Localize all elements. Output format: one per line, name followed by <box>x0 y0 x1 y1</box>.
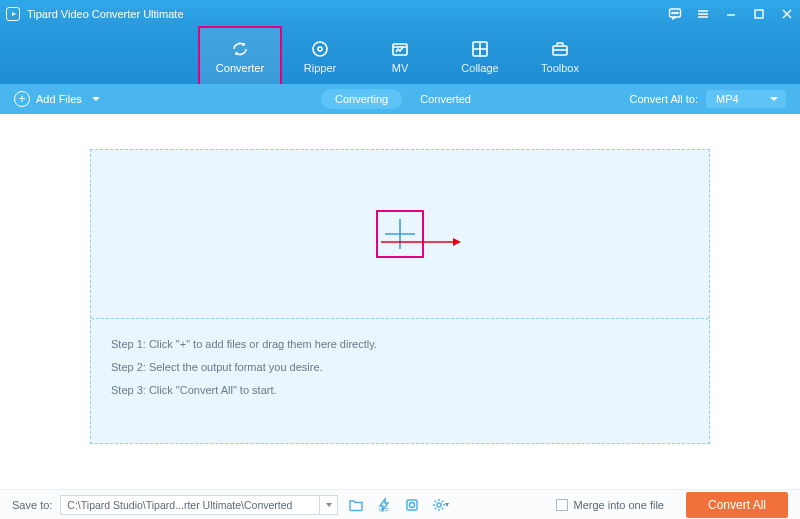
nav-converter[interactable]: Converter <box>200 28 280 84</box>
svg-rect-7 <box>393 44 407 55</box>
collage-icon <box>470 39 490 59</box>
svg-text:OFF: OFF <box>379 507 389 513</box>
tab-converted[interactable]: Converted <box>412 89 479 109</box>
nav-label: Collage <box>461 62 498 74</box>
bottom-bar: Save to: C:\Tipard Studio\Tipard...rter … <box>0 489 800 519</box>
nav-label: Toolbox <box>541 62 579 74</box>
step-3: Step 3: Click "Convert All" to start. <box>111 379 689 402</box>
svg-point-1 <box>672 12 673 13</box>
settings-button[interactable]: ▾ <box>430 495 450 515</box>
output-format-select[interactable]: MP4 <box>706 90 786 108</box>
ripper-icon <box>310 39 330 59</box>
nav-toolbox[interactable]: Toolbox <box>520 28 600 84</box>
svg-marker-11 <box>453 238 461 246</box>
maximize-button[interactable] <box>752 7 766 21</box>
convert-all-button[interactable]: Convert All <box>686 492 788 518</box>
toolbar: Add Files Converting Converted Convert A… <box>0 84 800 114</box>
tab-converting[interactable]: Converting <box>321 89 402 109</box>
toolbox-icon <box>550 39 570 59</box>
instructions: Step 1: Click "+" to add files or drag t… <box>91 319 709 416</box>
nav-label: Converter <box>216 62 264 74</box>
feedback-icon[interactable] <box>668 7 682 21</box>
main-nav: Converter Ripper MV Collage Toolbox <box>0 28 800 84</box>
gpu-button[interactable] <box>402 495 422 515</box>
svg-point-15 <box>437 503 441 507</box>
save-path-value: C:\Tipard Studio\Tipard...rter Ultimate\… <box>67 499 292 511</box>
minimize-button[interactable] <box>724 7 738 21</box>
merge-label: Merge into one file <box>573 499 664 511</box>
nav-label: MV <box>392 62 409 74</box>
nav-label: Ripper <box>304 62 336 74</box>
open-folder-button[interactable] <box>346 495 366 515</box>
hardware-accel-button[interactable]: OFF <box>374 495 394 515</box>
checkbox-icon <box>556 499 568 511</box>
nav-collage[interactable]: Collage <box>440 28 520 84</box>
save-to-label: Save to: <box>12 499 52 511</box>
step-1: Step 1: Click "+" to add files or drag t… <box>111 333 689 356</box>
save-path-dropdown[interactable] <box>320 495 338 515</box>
drop-zone[interactable]: Step 1: Click "+" to add files or drag t… <box>90 149 710 444</box>
titlebar: Tipard Video Converter Ultimate <box>0 0 800 28</box>
nav-ripper[interactable]: Ripper <box>280 28 360 84</box>
content-area: Step 1: Click "+" to add files or drag t… <box>0 114 800 489</box>
step-2: Step 2: Select the output format you des… <box>111 356 689 379</box>
chevron-down-icon <box>92 97 100 101</box>
format-value: MP4 <box>716 93 739 105</box>
svg-point-14 <box>410 502 415 507</box>
menu-icon[interactable] <box>696 7 710 21</box>
merge-checkbox[interactable]: Merge into one file <box>556 499 664 511</box>
svg-point-2 <box>674 12 675 13</box>
converter-icon <box>230 39 250 59</box>
add-files-label: Add Files <box>36 93 82 105</box>
add-files-button[interactable]: Add Files <box>14 91 100 107</box>
svg-rect-13 <box>407 500 417 510</box>
save-path-input[interactable]: C:\Tipard Studio\Tipard...rter Ultimate\… <box>60 495 320 515</box>
mv-icon <box>390 39 410 59</box>
plus-circle-icon <box>14 91 30 107</box>
svg-rect-4 <box>755 10 763 18</box>
close-button[interactable] <box>780 7 794 21</box>
svg-point-6 <box>318 47 322 51</box>
app-logo-icon <box>6 7 20 21</box>
nav-mv[interactable]: MV <box>360 28 440 84</box>
svg-point-5 <box>313 42 327 56</box>
convert-all-to-label: Convert All to: <box>630 93 698 105</box>
svg-point-3 <box>677 12 678 13</box>
app-title: Tipard Video Converter Ultimate <box>27 8 668 20</box>
arrow-annotation <box>381 233 461 235</box>
